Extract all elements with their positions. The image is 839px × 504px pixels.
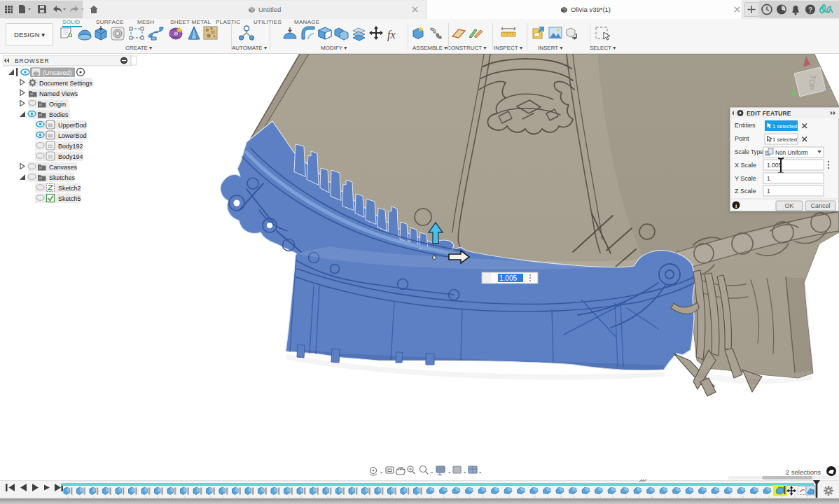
svg-text:Sketch2: Sketch2 <box>58 185 81 192</box>
svg-text:(Unsaved): (Unsaved) <box>43 69 72 76</box>
svg-text:Point: Point <box>735 135 749 142</box>
svg-text:1.005: 1.005 <box>499 274 517 282</box>
svg-text:1: 1 <box>767 175 770 182</box>
svg-text:Olivia v39*(1): Olivia v39*(1) <box>571 6 611 13</box>
svg-text:X Scale: X Scale <box>735 162 756 169</box>
svg-text:Z: Z <box>824 86 828 93</box>
svg-text:Non Uniform: Non Uniform <box>775 149 808 156</box>
svg-text:BROWSER: BROWSER <box>15 57 50 64</box>
svg-text:Origin: Origin <box>49 101 66 108</box>
svg-text:Entities: Entities <box>735 122 756 129</box>
svg-text:UpperBod: UpperBod <box>58 122 87 129</box>
svg-text:Document Settings: Document Settings <box>39 80 93 87</box>
svg-text:Untitled: Untitled <box>258 6 281 13</box>
svg-text:OK: OK <box>784 202 793 209</box>
svg-text:2 selections: 2 selections <box>786 468 821 476</box>
svg-text:Body192: Body192 <box>58 143 83 150</box>
svg-text:1 selected: 1 selected <box>772 136 797 143</box>
svg-text:1: 1 <box>767 188 770 195</box>
svg-text:Sketches: Sketches <box>49 174 76 181</box>
svg-text:Z Scale: Z Scale <box>735 188 756 195</box>
svg-text:Canvases: Canvases <box>49 164 78 171</box>
svg-text:?: ? <box>808 6 812 14</box>
svg-text:1 selected: 1 selected <box>772 123 797 130</box>
svg-text:Cancel: Cancel <box>810 202 830 209</box>
svg-text:Bodies: Bodies <box>49 111 69 118</box>
svg-text:Scale Type: Scale Type <box>735 148 763 155</box>
svg-text:Y Scale: Y Scale <box>735 175 756 182</box>
svg-text:EDIT FEATURE: EDIT FEATURE <box>747 110 791 117</box>
svg-text:1.005: 1.005 <box>767 162 782 169</box>
svg-text:fx: fx <box>387 29 396 41</box>
svg-text:Sketch5: Sketch5 <box>58 195 81 202</box>
svg-text:Named Views: Named Views <box>39 90 78 97</box>
svg-text:Body194: Body194 <box>58 153 83 160</box>
svg-text:LowerBod: LowerBod <box>58 132 87 139</box>
